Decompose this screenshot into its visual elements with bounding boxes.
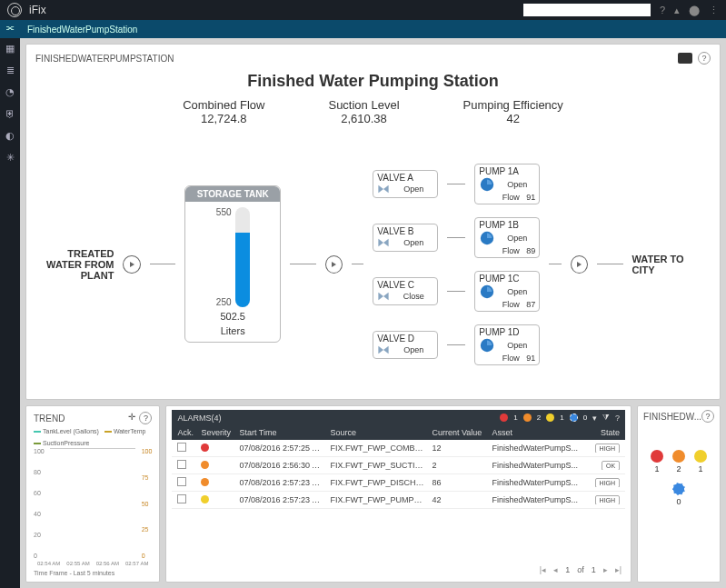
alarm-start: 07/08/2016 2:57:23 AM	[235, 478, 326, 487]
alarm-state: HIGH	[595, 495, 621, 504]
valve-name: VALVE C	[377, 280, 433, 290]
ge-logo-icon	[7, 3, 22, 17]
legend-c: SuctionPressure	[43, 440, 89, 446]
col-asset[interactable]: Asset	[488, 428, 582, 437]
sidebar-gear-icon[interactable]: ✳	[4, 151, 16, 164]
pump-icon	[479, 337, 495, 354]
ack-checkbox[interactable]	[177, 494, 186, 503]
storage-tank[interactable]: STORAGE TANK 550 250 502.5 Liters	[184, 185, 281, 343]
alarm-state: HIGH	[595, 443, 621, 453]
pager-page: 1	[565, 565, 570, 574]
legend-a: TankLevel (Gallons)	[43, 428, 99, 434]
pump-flow-label: Flow	[499, 193, 522, 202]
user-icon[interactable]: ⬤	[689, 5, 700, 16]
alarm-start: 07/08/2016 2:56:30 AM	[235, 461, 326, 470]
ack-checkbox[interactable]	[177, 443, 186, 452]
trend-panel: TREND ✛ ? TankLevel (Gallons) WaterTemp …	[25, 405, 160, 583]
sev-yellow-icon	[546, 414, 554, 422]
valve-state: Open	[393, 184, 433, 194]
trend-help-icon[interactable]: ?	[139, 412, 152, 424]
junction-node[interactable]	[325, 255, 343, 274]
valve[interactable]: VALVE CClose	[373, 277, 438, 305]
ack-checkbox[interactable]	[177, 477, 186, 486]
search-input[interactable]	[523, 4, 651, 16]
filter-icon[interactable]: ▾	[592, 414, 597, 423]
pump-name: PUMP 1A	[479, 166, 535, 176]
pump[interactable]: PUMP 1AOpenFlow91	[474, 164, 540, 204]
pump[interactable]: PUMP 1DOpenFlow91	[474, 324, 540, 365]
pump-state: Open	[499, 287, 535, 296]
sidebar-shield-icon[interactable]: ⛨	[4, 107, 16, 120]
col-ack[interactable]: Ack.	[174, 428, 197, 437]
sev-orange-icon	[523, 414, 532, 422]
alarms-panel: ALARMS(4) 1 2 1 0 ▾ ⧩ ? Ack. Severity St…	[165, 405, 632, 583]
input-endpoint: TREATED WATER FROM PLANT	[45, 248, 114, 281]
timeframe-label: Time Frame - Last 5 minutes	[34, 570, 152, 576]
pump[interactable]: PUMP 1COpenFlow87	[474, 271, 540, 312]
share-icon[interactable]: ⫘	[5, 23, 15, 33]
valve[interactable]: VALVE BOpen	[373, 224, 438, 252]
sidebar-gauge-icon[interactable]: ◐	[4, 129, 16, 142]
valve[interactable]: VALVE AOpen	[373, 170, 438, 198]
pump-state: Open	[499, 234, 535, 243]
valve[interactable]: VALVE DOpen	[373, 331, 438, 359]
sidebar-db-icon[interactable]: ◔	[4, 85, 16, 98]
valve-state: Open	[393, 345, 433, 354]
pump-flow-label: Flow	[499, 354, 522, 363]
layout-icon[interactable]	[678, 53, 692, 64]
input-node[interactable]	[123, 255, 140, 274]
help-icon[interactable]: ?	[660, 5, 665, 16]
col-severity[interactable]: Severity	[197, 428, 235, 437]
breadcrumb: ⫘ FinishedWaterPumpStation	[0, 20, 726, 38]
pager-next[interactable]: ▸	[603, 565, 608, 574]
pager-first[interactable]: |◂	[540, 565, 546, 574]
menu-icon[interactable]: ⋮	[709, 5, 719, 16]
suction-value: 2,610.38	[328, 112, 399, 125]
svg-marker-4	[383, 238, 389, 245]
notification-icon[interactable]: ▴	[674, 5, 680, 16]
alarm-row[interactable]: 07/08/2016 2:57:23 AMFIX.FWT_FWP_PUMP_E.…	[172, 492, 625, 509]
compass-icon[interactable]: ✛	[128, 412, 135, 424]
summary-help-icon[interactable]: ?	[701, 410, 714, 423]
pump[interactable]: PUMP 1BOpenFlow89	[474, 217, 540, 258]
panel-help-icon[interactable]: ?	[698, 52, 711, 65]
alarm-row[interactable]: 07/08/2016 2:57:23 AMFIX.FWT_FWP_DISCHA.…	[172, 474, 625, 492]
page-tag: FINISHEDWATERPUMPSTATION	[35, 54, 174, 64]
sidebar-home-icon[interactable]: ▦	[4, 42, 16, 55]
pager-prev[interactable]: ◂	[553, 565, 558, 574]
valve-icon	[377, 290, 390, 303]
severity-icon	[201, 495, 209, 503]
pump-icon	[479, 230, 495, 246]
output-node[interactable]	[571, 255, 588, 274]
main-panel: FINISHEDWATERPUMPSTATION ? Finished Wate…	[25, 44, 721, 400]
alarm-state: HIGH	[595, 478, 621, 487]
alarms-help-icon[interactable]: ?	[615, 414, 620, 423]
col-source[interactable]: Source	[326, 428, 428, 437]
pump-flow: 89	[526, 246, 535, 255]
alarm-asset: FinishedWaterPumpS...	[488, 461, 582, 470]
breadcrumb-path[interactable]: FinishedWaterPumpStation	[27, 25, 137, 35]
trend-chart[interactable]	[50, 448, 135, 449]
flow-value: 12,724.8	[183, 112, 264, 125]
col-start[interactable]: Start Time	[235, 428, 326, 437]
col-state[interactable]: State	[582, 428, 623, 437]
tank-gauge	[235, 207, 250, 307]
summary-orange-count: 2	[677, 464, 681, 473]
alarm-source: FIX.FWT_FWP_SUCTIO...	[326, 461, 428, 470]
pager-last[interactable]: ▸|	[615, 565, 622, 574]
col-value[interactable]: Current Value	[428, 428, 488, 437]
legend-b: WaterTemp	[114, 428, 146, 434]
alarm-source: FIX.FWT_FWP_DISCHA...	[326, 478, 428, 487]
alarm-row[interactable]: 07/08/2016 2:56:30 AMFIX.FWT_FWP_SUCTIO.…	[172, 457, 625, 474]
efficiency-label: Pumping Efficiency	[463, 98, 563, 112]
alarm-row[interactable]: 07/08/2016 2:57:25 AMFIX.FWT_FWP_COMBIN.…	[172, 440, 625, 457]
device-pair: VALVE AOpenPUMP 1AOpenFlow91	[373, 164, 540, 204]
pump-state: Open	[499, 341, 535, 350]
pump-name: PUMP 1C	[479, 274, 535, 284]
sidebar-list-icon[interactable]: ≣	[4, 64, 16, 76]
alarm-source: FIX.FWT_FWP_COMBIN...	[326, 443, 428, 453]
funnel-icon[interactable]: ⧩	[602, 413, 610, 423]
valve-state: Close	[393, 292, 433, 301]
severity-icon	[201, 443, 209, 452]
ack-checkbox[interactable]	[177, 460, 186, 469]
